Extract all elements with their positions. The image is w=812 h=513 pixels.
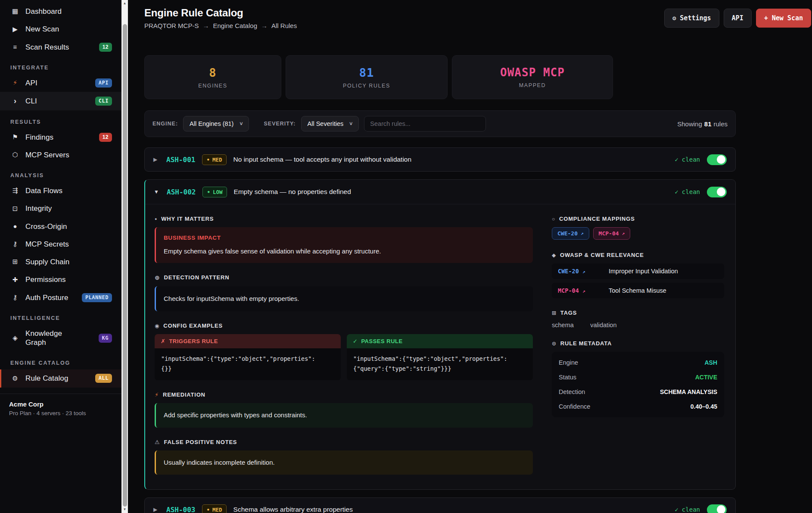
sidebar-item-permissions[interactable]: ✚ Permissions xyxy=(0,271,121,288)
external-link-icon: ↗ xyxy=(582,288,585,294)
config-examples: ✗ TRIGGERS RULE "inputSchema":{"type":"o… xyxy=(155,334,533,380)
rule-enabled-toggle[interactable] xyxy=(707,154,727,165)
tag: schema xyxy=(552,322,574,328)
flow-arrows-icon: ⇶ xyxy=(10,187,20,195)
rule-title: No input schema — tool accepts any input… xyxy=(233,156,412,163)
triggers-rule-card: ✗ TRIGGERS RULE "inputSchema":{"type":"o… xyxy=(155,334,341,380)
metadata-row: Engine ASH xyxy=(559,355,717,370)
business-impact-label: BUSINESS IMPACT xyxy=(164,234,525,242)
tag: validation xyxy=(590,322,616,328)
sidebar-footer: Acme Corp Pro Plan · 4 servers · 23 tool… xyxy=(0,394,121,423)
new-scan-button[interactable]: + New Scan xyxy=(756,9,811,28)
mcp-04-chip[interactable]: MCP-04 ↗ xyxy=(593,227,631,240)
detail-left-column: ● WHY IT MATTERS BUSINESS IMPACT Empty s… xyxy=(155,216,533,475)
hexagon-icon: ⬡ xyxy=(10,151,20,159)
key-icon: ⚷ xyxy=(10,294,20,302)
bullet-icon: ● xyxy=(155,217,157,221)
rule-row-ash-003[interactable]: ▶ ASH-003 •MED Schema allows arbitrary e… xyxy=(144,497,736,513)
boxed-dot-icon: ⊡ xyxy=(10,205,20,213)
mcp-04-link[interactable]: MCP-04 ↗ xyxy=(558,287,609,294)
settings-button[interactable]: ⚙ Settings xyxy=(664,9,719,28)
engines-label: ENGINES xyxy=(198,83,227,89)
rule-id: ASH-001 xyxy=(166,156,195,164)
stat-cards: 8 ENGINES 81 POLICY RULES OWASP MCP MAPP… xyxy=(144,55,811,99)
false-positive-header: ⚠ FALSE POSITIVE NOTES xyxy=(155,439,533,445)
cwe-20-link[interactable]: CWE-20 ↗ xyxy=(558,268,609,275)
breadcrumb-arrow-icon: → xyxy=(261,22,268,29)
engine-value: ASH xyxy=(704,359,717,366)
tags-header: ⊞ TAGS xyxy=(552,310,724,316)
sidebar-item-cross-origin[interactable]: ● Cross-Origin xyxy=(0,218,121,235)
severity-select[interactable]: All Severities ˅ xyxy=(301,116,359,131)
filter-bar: ENGINE: All Engines (81) ˅ SEVERITY: All… xyxy=(144,110,736,137)
rule-enabled-toggle[interactable] xyxy=(707,187,727,197)
sidebar-item-findings[interactable]: ⚑ Findings 12 xyxy=(0,128,121,146)
engine-select[interactable]: All Engines (81) ˅ xyxy=(183,116,249,131)
sidebar-item-cli[interactable]: › CLI CLI xyxy=(0,92,121,110)
compliance-chips: CWE-20 ↗ MCP-04 ↗ xyxy=(552,227,724,240)
sidebar-item-mcp-secrets[interactable]: ⚷ MCP Secrets xyxy=(0,235,121,253)
owasp-desc: Tool Schema Misuse xyxy=(609,287,666,294)
owasp-mapped-value: OWASP MCP xyxy=(500,66,565,79)
kg-badge: KG xyxy=(99,334,112,343)
all-badge: ALL xyxy=(95,374,112,383)
expand-caret-icon[interactable]: ▶ xyxy=(153,156,159,163)
cwe-20-chip[interactable]: CWE-20 ↗ xyxy=(552,227,589,240)
sidebar-item-mcp-servers[interactable]: ⬡ MCP Servers xyxy=(0,146,121,164)
breadcrumb: PRAQTOR MCP-S → Engine Catalog → All Rul… xyxy=(144,22,297,29)
config-examples-header: ◉ CONFIG EXAMPLES xyxy=(155,322,533,329)
breadcrumb-arrow-icon: → xyxy=(202,22,209,29)
search-input[interactable] xyxy=(364,116,486,131)
grid-icon: ⊞ xyxy=(552,310,557,316)
lightning-icon: ⚡ xyxy=(155,391,159,398)
sidebar: ▦ Dashboard ▶ New Scan ≡ Scan Results 12… xyxy=(0,0,121,513)
dashboard-icon: ▦ xyxy=(10,7,20,16)
sidebar-item-dashboard[interactable]: ▦ Dashboard xyxy=(0,3,121,20)
vertical-scrollbar[interactable]: ▲ ▼ xyxy=(121,0,128,513)
stat-card-engines: 8 ENGINES xyxy=(144,55,281,99)
sidebar-item-api[interactable]: ⚡ API API xyxy=(0,74,121,92)
scrollbar-thumb[interactable] xyxy=(123,24,127,507)
shield-plus-icon: ✚ xyxy=(10,276,20,284)
section-label-engine-catalog: ENGINE CATALOG xyxy=(0,351,121,369)
detection-pattern-callout: Checks for inputSchema with empty proper… xyxy=(155,286,533,312)
page-header: Engine Rule Catalog PRAQTOR MCP-S → Engi… xyxy=(144,6,811,29)
plan-summary: Pro Plan · 4 servers · 23 tools xyxy=(9,410,112,416)
chevron-right-icon: › xyxy=(10,96,20,106)
list-icon: ≡ xyxy=(10,43,20,51)
rule-row-ash-001[interactable]: ▶ ASH-001 •MED No input schema — tool ac… xyxy=(144,147,736,172)
api-button[interactable]: API xyxy=(724,9,752,28)
sidebar-item-integrity[interactable]: ⊡ Integrity xyxy=(0,200,121,217)
sidebar-item-scan-results[interactable]: ≡ Scan Results 12 xyxy=(0,38,121,56)
sidebar-item-auth-posture[interactable]: ⚷ Auth Posture PLANNED xyxy=(0,289,121,307)
passes-rule-header: ✓ PASSES RULE xyxy=(347,334,533,348)
toggle-knob xyxy=(717,188,725,196)
triggers-code: "inputSchema":{"type":"object","properti… xyxy=(155,348,341,380)
main-content: Engine Rule Catalog PRAQTOR MCP-S → Engi… xyxy=(128,0,812,513)
scrollbar-down-arrow[interactable]: ▼ xyxy=(121,507,128,513)
sidebar-item-rule-catalog[interactable]: ⚙ Rule Catalog ALL xyxy=(0,369,121,387)
findings-count-badge: 12 xyxy=(99,133,112,142)
sidebar-item-supply-chain[interactable]: ⊞ Supply Chain xyxy=(0,253,121,271)
rule-row-ash-002[interactable]: ▼ ASH-002 •LOW Empty schema — no propert… xyxy=(145,180,735,204)
expand-caret-icon[interactable]: ▶ xyxy=(153,507,159,513)
collapse-caret-icon[interactable]: ▼ xyxy=(154,189,160,195)
header-actions: ⚙ Settings API + New Scan xyxy=(664,9,811,28)
circle-icon: ● xyxy=(10,222,20,231)
sidebar-item-new-scan[interactable]: ▶ New Scan xyxy=(0,20,121,38)
owasp-row: MCP-04 ↗ Tool Schema Misuse xyxy=(552,283,724,298)
detail-right-column: ○ COMPLIANCE MAPPINGS CWE-20 ↗ MCP-04 ↗ xyxy=(552,216,724,475)
sidebar-item-knowledge-graph[interactable]: ◈ Knowledge Graph KG xyxy=(0,325,121,352)
status-value: ACTIVE xyxy=(695,374,717,381)
severity-filter-label: SEVERITY: xyxy=(264,121,296,127)
sidebar-item-data-flows[interactable]: ⇶ Data Flows xyxy=(0,182,121,200)
rule-id: ASH-003 xyxy=(166,506,195,513)
check-icon: ✓ xyxy=(675,506,678,513)
count-badge: 12 xyxy=(99,43,112,52)
rule-enabled-toggle[interactable] xyxy=(707,504,727,513)
severity-badge: •LOW xyxy=(202,187,227,197)
scrollbar-up-arrow[interactable]: ▲ xyxy=(121,0,128,6)
why-it-matters-header: ● WHY IT MATTERS xyxy=(155,216,533,222)
metadata-row: Confidence 0.40–0.45 xyxy=(559,399,717,414)
rule-metadata-header: ⊙ RULE METADATA xyxy=(552,340,724,347)
